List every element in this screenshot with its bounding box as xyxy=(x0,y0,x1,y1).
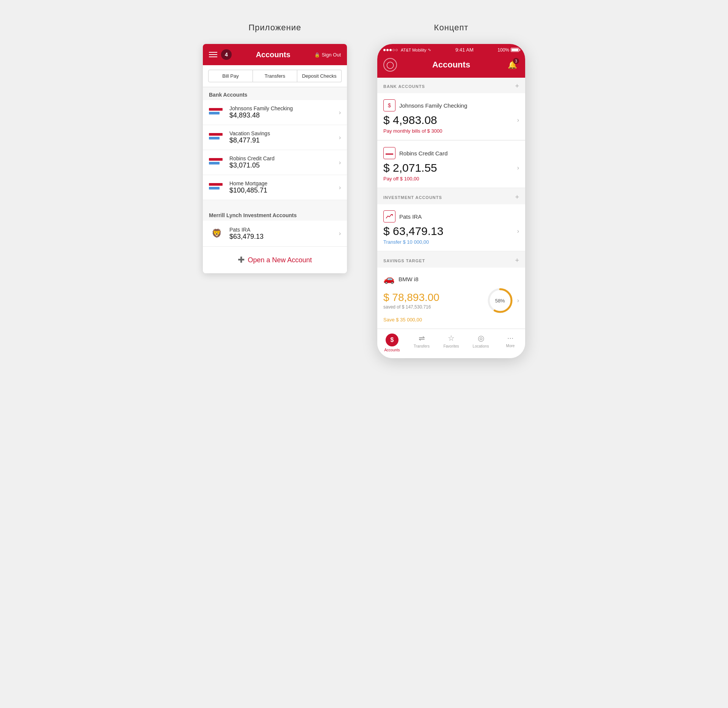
savings-card[interactable]: 🚗 BMW i8 $ 78,893.00 saved of $ 147,530.… xyxy=(377,268,525,329)
credit-card-header: ▬▬ Robins Credit Card xyxy=(383,147,519,159)
account-balance-3: $3,071.05 xyxy=(229,161,339,169)
add-savings-icon[interactable]: + xyxy=(515,257,519,265)
chevron-right-1: › xyxy=(339,109,341,116)
savings-card-header: 🚗 BMW i8 xyxy=(383,274,519,284)
nav-item-accounts[interactable]: $ Accounts xyxy=(377,332,407,354)
concept-header: ◯ Accounts 🔔 3 xyxy=(377,54,525,78)
signout-label: Sign Out xyxy=(322,52,341,58)
signal-dot-2 xyxy=(386,49,389,51)
nav-item-locations[interactable]: ◎ Locations xyxy=(466,332,496,354)
credit-card[interactable]: ▬▬ Robins Credit Card $ 2,071.55 › Pay o… xyxy=(377,141,525,188)
account-name-4: Home Mortgage xyxy=(229,180,339,186)
savings-account-name: BMW i8 xyxy=(399,276,419,282)
bank-accounts-section-title: BANK ACCOUNTS xyxy=(383,84,425,89)
account-row[interactable]: Robins Credit Card $3,071.05 › xyxy=(203,150,347,175)
merrill-account-row[interactable]: 🦁 Pats IRA $63,479.13 › xyxy=(203,221,347,247)
chart-icon xyxy=(386,214,393,219)
left-title: Приложение xyxy=(248,23,301,33)
checking-balance-row: $ 4,983.08 › xyxy=(383,114,519,127)
account-info-3: Robins Credit Card $3,071.05 xyxy=(229,155,339,169)
signal-dot-5 xyxy=(395,49,398,51)
checking-card[interactable]: $ Johnsons Family Checking $ 4,983.08 › … xyxy=(377,93,525,140)
savings-chevron: › xyxy=(517,297,519,304)
checking-account-name: Johnsons Family Checking xyxy=(399,102,467,109)
right-title: Концепт xyxy=(434,23,469,33)
account-row[interactable]: Home Mortgage $100,485.71 › xyxy=(203,175,347,200)
savings-section-title: SAVINGS TARGET xyxy=(383,258,425,263)
signal-dot-3 xyxy=(389,49,392,51)
nav-item-more[interactable]: ··· More xyxy=(496,332,525,354)
app-header-left: 4 xyxy=(209,49,232,60)
hamburger-icon[interactable] xyxy=(209,52,217,57)
merrill-account-info: Pats IRA $63,479.13 xyxy=(229,227,339,241)
concept-phone: AT&T Mobility ∿ 9:41 AM 100% ◯ Accounts … xyxy=(377,44,525,358)
boa-logo-1 xyxy=(209,107,224,118)
add-bank-account-icon[interactable]: + xyxy=(515,82,519,90)
credit-card-icon: ▬▬ xyxy=(383,147,395,159)
ira-card-header: Pats IRA xyxy=(383,210,519,222)
savings-balance: $ 78,893.00 xyxy=(383,291,487,304)
nav-favorites-label: Favorites xyxy=(443,344,459,348)
hamburger-line-2 xyxy=(209,54,217,55)
notification-icon[interactable]: 🔔 3 xyxy=(505,58,519,72)
investment-section-title: INVESTMENT ACCOUNTS xyxy=(383,195,442,200)
account-info-2: Vacation Savings $8,477.91 xyxy=(229,130,339,144)
savings-section-header: SAVINGS TARGET + xyxy=(377,252,525,268)
nav-item-transfers[interactable]: ⇌ Transfers xyxy=(407,332,436,354)
app-phone: 4 Accounts Sign Out Bill Pay Transfers D… xyxy=(203,44,347,273)
concept-header-title: Accounts xyxy=(397,60,505,70)
status-left: AT&T Mobility ∿ xyxy=(383,47,431,52)
savings-target-text: saved of $ 147,530.716 xyxy=(383,304,487,310)
account-name-1: Johnsons Family Checking xyxy=(229,105,339,111)
progress-text: 58% xyxy=(495,298,505,304)
app-header: 4 Accounts Sign Out xyxy=(203,44,347,65)
boa-logo-3 xyxy=(209,157,224,168)
hamburger-line-3 xyxy=(209,56,217,57)
signal-dot-1 xyxy=(383,49,386,51)
notification-badge: 3 xyxy=(513,58,519,64)
add-investment-icon[interactable]: + xyxy=(515,193,519,201)
deposit-checks-button[interactable]: Deposit Checks xyxy=(297,70,342,82)
signout-button[interactable]: Sign Out xyxy=(314,52,341,58)
open-account-row[interactable]: ✚ Open a New Account xyxy=(203,247,347,273)
ira-balance-row: $ 63,479.13 › xyxy=(383,225,519,238)
status-right: 100% xyxy=(497,47,519,53)
notification-badge: 4 xyxy=(221,49,232,60)
signal-dot-4 xyxy=(392,49,395,51)
nav-locations-label: Locations xyxy=(473,344,489,348)
merrill-account-name: Pats IRA xyxy=(229,227,339,233)
open-account-text: Open a New Account xyxy=(248,256,312,264)
account-name-3: Robins Credit Card xyxy=(229,155,339,161)
boa-logo-2 xyxy=(209,132,224,143)
account-row[interactable]: Vacation Savings $8,477.91 › xyxy=(203,125,347,150)
ira-card[interactable]: Pats IRA $ 63,479.13 › Transfer $ 10 000… xyxy=(377,204,525,251)
merrill-header: Merrill Lynch Investment Accounts xyxy=(203,208,347,221)
bottom-nav: $ Accounts ⇌ Transfers ☆ Favorites ◎ Loc… xyxy=(377,329,525,358)
wifi-icon: ∿ xyxy=(428,47,431,52)
account-info-4: Home Mortgage $100,485.71 xyxy=(229,180,339,194)
nav-item-favorites[interactable]: ☆ Favorites xyxy=(436,332,466,354)
credit-chevron: › xyxy=(517,164,519,171)
ira-account-name: Pats IRA xyxy=(399,213,422,220)
carrier-label: AT&T Mobility xyxy=(401,48,426,52)
signal-dots xyxy=(383,49,398,51)
hamburger-line-1 xyxy=(209,52,217,53)
spacer-row xyxy=(203,200,347,208)
account-row[interactable]: Johnsons Family Checking $4,893.48 › xyxy=(203,100,347,125)
bill-pay-button[interactable]: Bill Pay xyxy=(208,70,253,82)
battery-fill xyxy=(511,49,518,51)
account-name-2: Vacation Savings xyxy=(229,130,339,136)
checking-action: Pay monthly bills of $ 3000 xyxy=(383,128,519,134)
left-section: Приложение 4 Accounts Sign Out Bill Pay … xyxy=(203,23,347,273)
ira-card-icon xyxy=(383,210,395,222)
boa-logo-4 xyxy=(209,182,224,193)
avatar-icon[interactable]: ◯ xyxy=(383,58,397,72)
concept-content: BANK ACCOUNTS + $ Johnsons Family Checki… xyxy=(377,78,525,329)
progress-circle: 58% xyxy=(487,287,513,314)
savings-action: Save $ 35 000,00 xyxy=(383,317,519,323)
nav-accounts-icon: $ xyxy=(386,334,399,346)
account-balance-4: $100,485.71 xyxy=(229,186,339,194)
ira-balance: $ 63,479.13 xyxy=(383,225,443,238)
transfers-button[interactable]: Transfers xyxy=(253,70,297,82)
account-balance-1: $4,893.48 xyxy=(229,111,339,119)
